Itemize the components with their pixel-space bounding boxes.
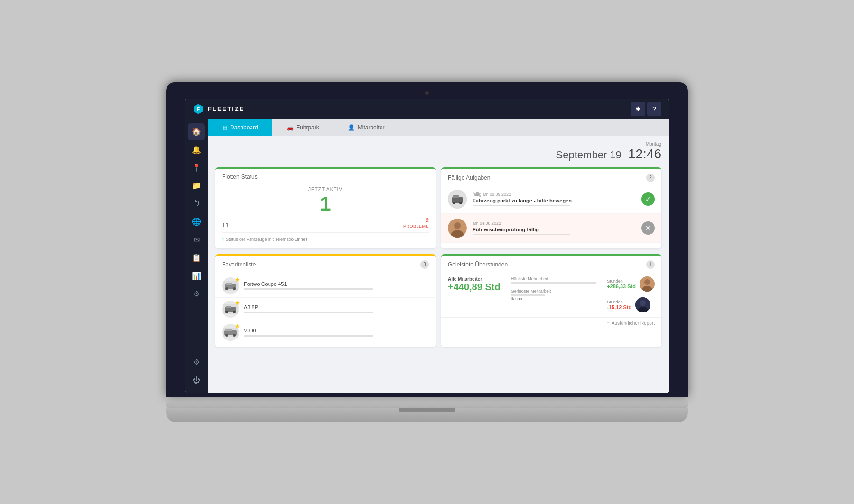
jetzt-aktiv-number: 1 bbox=[222, 194, 429, 214]
svg-point-5 bbox=[453, 202, 455, 204]
svg-rect-13 bbox=[226, 283, 232, 285]
svg-point-6 bbox=[459, 202, 462, 204]
jetzt-aktiv-label: JETZT AKTIV bbox=[222, 187, 429, 192]
ue-person-1-stats: Stunden +286,33 Std bbox=[607, 279, 636, 289]
ueberstunden-card: Geleistete Überstunden i Alle Mitarbeite… bbox=[441, 254, 661, 347]
ue-footer: ≡ Ausführlicher Report bbox=[441, 317, 661, 329]
fuhrpark-tab-icon: 🚗 bbox=[287, 124, 294, 131]
logo-area: F FLEETIZE bbox=[193, 103, 244, 115]
sidebar-item-mail[interactable]: ✉ bbox=[188, 231, 205, 248]
fav-bar-1 bbox=[244, 288, 373, 290]
fav-item-3[interactable]: ★ V300 bbox=[215, 321, 436, 344]
aufgaben-body: fällig am 08.09.2022 Fahrzeug parkt zu l… bbox=[441, 185, 661, 243]
ue-avatar-2 bbox=[635, 297, 650, 312]
nav-tabs: ▦ Dashboard 🚗 Fuhrpark 👤 Mitarbeiter bbox=[208, 119, 669, 136]
ue-person-2-row: Stunden -15,12 Std bbox=[607, 297, 655, 312]
dashboard-grid: Flotten-Status JETZT AKTIV 1 11 bbox=[215, 167, 661, 347]
aufgabe-date-1: fällig am 08.09.2022 bbox=[473, 192, 636, 197]
fav-item-2[interactable]: ★ A3 8P bbox=[215, 298, 436, 321]
svg-point-19 bbox=[225, 311, 228, 313]
svg-point-20 bbox=[233, 311, 236, 313]
sidebar: 🏠 🔔 📍 📁 ⏱ 🌐 ✉ 📋 📊 ⚙ ⚙ ⏻ bbox=[185, 119, 208, 393]
mitarbeiter-tab-icon: 👤 bbox=[348, 124, 355, 131]
fav-info-3: V300 bbox=[244, 328, 429, 337]
flotten-problems: 2 PROBLEME bbox=[403, 217, 429, 229]
top-bar-right: ✱ ? bbox=[631, 102, 661, 116]
sidebar-item-settings[interactable]: ⚙ bbox=[188, 354, 205, 371]
ue-lowest-label: Geringste Mehrarbeit bbox=[511, 289, 597, 293]
svg-text:F: F bbox=[197, 107, 200, 112]
fav-item-1[interactable]: ★ Fortwo Coupe 451 bbox=[215, 275, 436, 298]
logo-text: FLEETIZE bbox=[208, 105, 244, 112]
datetime-bar: Montag September 19 12:46 bbox=[215, 141, 661, 162]
sidebar-item-notifications[interactable]: 🔔 bbox=[188, 141, 205, 158]
fav-avatar-wrap-3: ★ bbox=[222, 324, 239, 341]
ue-report-icon: ≡ bbox=[607, 321, 610, 326]
sidebar-item-analytics[interactable]: 📊 bbox=[188, 267, 205, 284]
svg-point-24 bbox=[225, 334, 228, 337]
fav-info-2: A3 8P bbox=[244, 304, 429, 313]
sidebar-item-documents[interactable]: 📁 bbox=[188, 177, 205, 194]
tab-mitarbeiter[interactable]: 👤 Mitarbeiter bbox=[334, 119, 399, 136]
aufgabe-content-2: am 04.08.2022 Führerscheinprüfung fällig bbox=[473, 221, 636, 235]
sidebar-item-power[interactable]: ⏻ bbox=[188, 372, 205, 389]
problems-number: 2 bbox=[403, 217, 429, 224]
svg-point-27 bbox=[644, 279, 650, 285]
tab-fuhrpark[interactable]: 🚗 Fuhrpark bbox=[272, 119, 334, 136]
ue-report-text: Ausführlicher Report bbox=[612, 321, 655, 326]
ue-middle-section: Höchste Mehrarbeit Geringste Mehrarbeit … bbox=[506, 276, 602, 301]
flotten-stats: 11 2 PROBLEME bbox=[222, 217, 429, 229]
ue-report-link[interactable]: ≡ Ausführlicher Report bbox=[448, 321, 655, 326]
fav-name-2: A3 8P bbox=[244, 304, 429, 310]
svg-rect-23 bbox=[225, 329, 232, 331]
favoritenliste-card: Favoritenliste 3 bbox=[215, 254, 436, 347]
sidebar-item-reports[interactable]: 📋 bbox=[188, 249, 205, 266]
fav-bar-2 bbox=[244, 312, 373, 313]
fav-star-2: ★ bbox=[235, 300, 240, 306]
svg-rect-18 bbox=[226, 306, 231, 308]
aufgabe-action-2[interactable]: ✕ bbox=[641, 221, 655, 235]
sidebar-item-sliders[interactable]: ⚙ bbox=[188, 285, 205, 302]
aufgabe-avatar-2 bbox=[448, 219, 467, 238]
aufgabe-content-1: fällig am 08.09.2022 Fahrzeug parkt zu l… bbox=[473, 192, 636, 206]
svg-point-15 bbox=[233, 287, 236, 290]
fav-list: ★ Fortwo Coupe 451 bbox=[215, 272, 436, 347]
svg-point-9 bbox=[454, 222, 461, 229]
datetime-day: Montag bbox=[215, 141, 661, 147]
ue-highest-section: Höchste Mehrarbeit bbox=[511, 276, 597, 284]
dashboard-tab-icon: ▦ bbox=[222, 124, 227, 131]
aufgaben-header: Fällige Aufgaben 2 bbox=[441, 169, 661, 185]
ueberstunden-header: Geleistete Überstunden i bbox=[441, 256, 661, 272]
main-content: Montag September 19 12:46 bbox=[208, 136, 669, 393]
ue-stunden-value-1: +286,33 Std bbox=[607, 284, 636, 289]
ue-all-value: +440,89 Std bbox=[448, 282, 501, 293]
tab-dashboard[interactable]: ▦ Dashboard bbox=[208, 119, 272, 136]
dashboard-tab-label: Dashboard bbox=[230, 124, 258, 131]
top-bar: F FLEETIZE ✱ ? bbox=[185, 99, 669, 119]
aufgabe-bar-1 bbox=[473, 205, 570, 206]
bug-icon-button[interactable]: ✱ bbox=[631, 102, 645, 116]
flotten-total: 11 bbox=[222, 221, 229, 229]
problems-label: PROBLEME bbox=[403, 224, 429, 229]
sidebar-item-location[interactable]: 📍 bbox=[188, 159, 205, 176]
ue-highest-label: Höchste Mehrarbeit bbox=[511, 276, 597, 281]
sidebar-item-timer[interactable]: ⏱ bbox=[188, 195, 205, 212]
flotten-status-body: JETZT AKTIV 1 11 2 PROBLEME bbox=[215, 183, 436, 248]
ue-all-label: Alle Mitarbeiter bbox=[448, 276, 501, 282]
aufgabe-title-2: Führerscheinprüfung fällig bbox=[473, 227, 636, 232]
aufgabe-avatar-1 bbox=[448, 190, 467, 209]
ue-stunden-label-1: Stunden bbox=[607, 279, 636, 284]
datetime-date: September 19 bbox=[556, 149, 622, 161]
fav-avatar-wrap-1: ★ bbox=[222, 277, 239, 294]
aufgabe-action-1[interactable]: ✓ bbox=[641, 192, 655, 206]
sidebar-item-home[interactable]: 🏠 bbox=[188, 123, 205, 140]
fav-name-3: V300 bbox=[244, 328, 429, 333]
help-icon-button[interactable]: ? bbox=[647, 102, 661, 116]
ue-lowest-section: Geringste Mehrarbeit tk.can bbox=[511, 289, 597, 301]
datetime-time: 12:46 bbox=[628, 147, 661, 161]
sidebar-item-globe[interactable]: 🌐 bbox=[188, 213, 205, 230]
fav-avatar-wrap-2: ★ bbox=[222, 301, 239, 318]
flotten-status-title: Flotten-Status bbox=[222, 174, 258, 180]
ue-lowest-name: tk.can bbox=[511, 296, 597, 301]
aufgabe-item-1: fällig am 08.09.2022 Fahrzeug parkt zu l… bbox=[441, 185, 661, 214]
